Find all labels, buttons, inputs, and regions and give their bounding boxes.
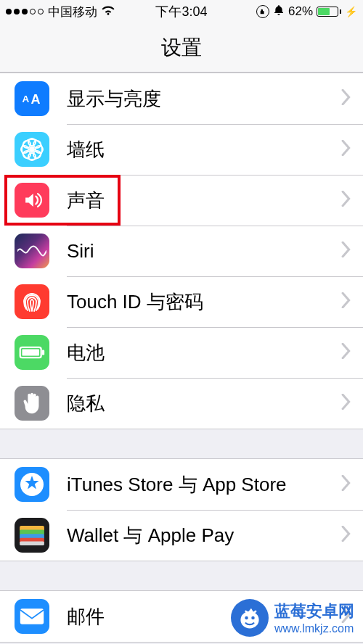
chevron-right-icon <box>341 292 351 311</box>
row-label: 电池 <box>67 340 341 366</box>
sound-icon <box>15 183 49 218</box>
fingerprint-icon <box>15 284 49 319</box>
wallpaper-icon <box>15 132 49 167</box>
wifi-icon <box>102 4 115 19</box>
row-label: Wallet 与 Apple Pay <box>67 523 341 548</box>
row-label: Touch ID 与密码 <box>67 289 341 315</box>
row-touchid[interactable]: Touch ID 与密码 <box>0 276 363 327</box>
battery-icon <box>317 7 341 17</box>
row-siri[interactable]: Siri <box>0 226 363 276</box>
alarm-icon <box>273 4 285 20</box>
row-label: 隐私 <box>67 391 341 416</box>
page-title: 设置 <box>0 23 363 73</box>
settings-group-1: AA 显示与亮度 墙纸 声音 Siri Touch ID 与密码 <box>0 73 363 429</box>
row-display[interactable]: AA 显示与亮度 <box>0 73 363 124</box>
status-bar: 中国移动 下午3:04 62% ⚡ <box>0 0 363 23</box>
chevron-right-icon <box>341 475 351 494</box>
svg-text:A: A <box>23 94 30 104</box>
signal-strength-icon <box>6 9 44 15</box>
chevron-right-icon <box>341 343 351 362</box>
row-wallpaper[interactable]: 墙纸 <box>0 124 363 175</box>
svg-rect-14 <box>22 349 39 355</box>
charging-icon: ⚡ <box>345 6 357 17</box>
appstore-icon <box>15 467 49 502</box>
row-label: 显示与亮度 <box>67 86 341 112</box>
watermark-text: 蓝莓安卓网 www.lmkjz.com <box>274 600 354 635</box>
svg-text:A: A <box>31 92 41 106</box>
row-sound[interactable]: 声音 <box>0 175 363 226</box>
svg-rect-13 <box>42 350 45 355</box>
display-icon: AA <box>15 81 49 116</box>
watermark-url: www.lmkjz.com <box>274 622 354 635</box>
carrier-label: 中国移动 <box>48 4 97 20</box>
svg-point-23 <box>245 616 248 620</box>
wallet-icon <box>15 518 49 553</box>
settings-group-2: iTunes Store 与 App Store Wallet 与 Apple … <box>0 458 363 561</box>
chevron-right-icon <box>341 242 351 260</box>
chevron-right-icon <box>341 526 351 545</box>
chevron-right-icon <box>341 140 351 159</box>
svg-rect-21 <box>20 608 44 624</box>
battery-row-icon <box>15 335 49 370</box>
battery-percent: 62% <box>288 4 313 19</box>
mail-icon <box>15 599 49 634</box>
hand-icon <box>15 386 49 421</box>
row-battery[interactable]: 电池 <box>0 327 363 378</box>
chevron-right-icon <box>341 89 351 108</box>
siri-icon <box>15 234 49 268</box>
row-label: 墙纸 <box>67 137 341 162</box>
orientation-lock-icon <box>256 5 269 18</box>
row-privacy[interactable]: 隐私 <box>0 378 363 429</box>
row-itunes[interactable]: iTunes Store 与 App Store <box>0 459 363 510</box>
row-label: Siri <box>67 240 341 263</box>
row-wallet[interactable]: Wallet 与 Apple Pay <box>0 510 363 561</box>
status-right: 62% ⚡ <box>256 4 357 20</box>
watermark-title: 蓝莓安卓网 <box>274 602 354 620</box>
chevron-right-icon <box>341 191 351 210</box>
row-label: 声音 <box>67 188 341 213</box>
svg-point-24 <box>251 616 255 620</box>
watermark: 蓝莓安卓网 www.lmkjz.com <box>231 599 354 637</box>
row-label: iTunes Store 与 App Store <box>67 472 341 498</box>
watermark-logo-icon <box>231 599 269 637</box>
svg-rect-20 <box>20 541 44 545</box>
status-left: 中国移动 <box>6 4 115 20</box>
svg-point-22 <box>240 611 258 628</box>
chevron-right-icon <box>341 394 351 413</box>
